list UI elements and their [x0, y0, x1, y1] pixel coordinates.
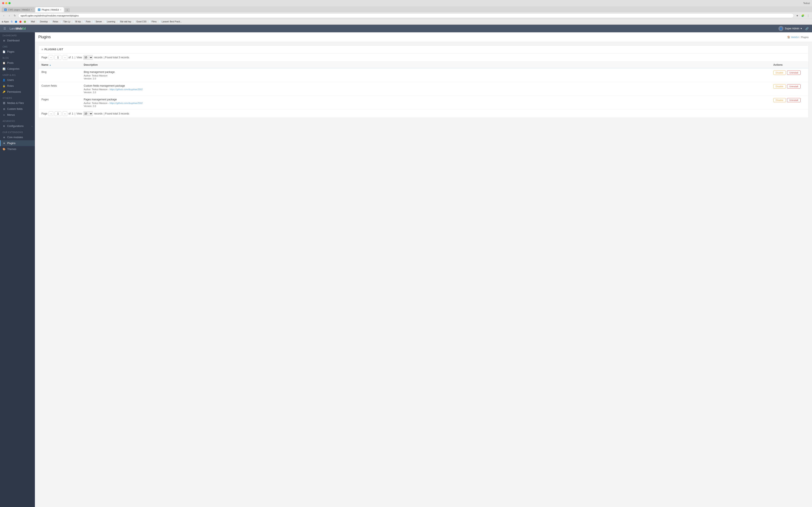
page-number-input-top[interactable]	[55, 55, 61, 60]
url-text: sgsoft.sgdev.org/admincp/modules-managem…	[20, 14, 79, 17]
bookmark-bikip[interactable]: 📄 Bí kíp	[72, 20, 81, 23]
browser-tab-plugins[interactable]: P Plugins | WebEd ×	[35, 7, 64, 12]
plugin-desc-cf-version: Version: 2.0	[84, 91, 767, 94]
sidebar-item-users[interactable]: 👤 Users	[0, 77, 35, 83]
page-number-input-bottom[interactable]	[55, 111, 61, 116]
bookmark-develop[interactable]: 📄 Develop	[37, 20, 48, 23]
tab-favicon-plugins: P	[38, 8, 40, 11]
bookmark-google[interactable]: G	[11, 20, 13, 23]
hamburger-menu-button[interactable]: ☰	[3, 26, 7, 31]
tab-close-cms[interactable]: ×	[31, 9, 32, 11]
sidebar-item-configurations[interactable]: ⚙ Configurations ‹	[0, 123, 35, 129]
sidebar-item-pages[interactable]: 📄 Pages	[0, 49, 35, 55]
bookmark-goodcss[interactable]: 📄 Good CSS	[134, 20, 147, 23]
close-window-button[interactable]	[2, 2, 4, 4]
uninstall-pages-button[interactable]: Uninstall	[787, 98, 801, 102]
sidebar-item-roles[interactable]: 🔒 Roles	[0, 83, 35, 89]
sidebar-item-dashboard[interactable]: ⊞ Dashboard	[0, 38, 35, 44]
brand-ed: Ed	[22, 27, 26, 30]
action-btns-pages: Disable Uninstall	[773, 98, 805, 102]
bookmark-button[interactable]: ★	[795, 13, 799, 18]
bookmark-img1[interactable]: 🔵	[15, 21, 17, 23]
plugin-desc-blog-version: Version: 2.0	[84, 77, 767, 80]
uninstall-blog-button[interactable]: Uninstall	[787, 70, 801, 75]
prev-page-button-bottom[interactable]: ‹	[49, 111, 53, 116]
browser-tabs-bar: C CMS pages | WebEd × P Plugins | WebEd …	[0, 6, 812, 12]
sidebar-item-posts[interactable]: 📋 Posts	[0, 60, 35, 66]
sidebar-section-label-cms: CMS	[0, 44, 35, 49]
plugin-description-pages: Pages management package Author: Tedozi …	[81, 96, 770, 110]
of-label-top: of	[68, 56, 70, 59]
records-label-top: records	[94, 56, 103, 59]
sort-icon-name[interactable]: ▲	[49, 64, 51, 66]
user-menu[interactable]: 👤 Super Admin ▾	[778, 26, 802, 31]
tab-close-plugins[interactable]: ×	[60, 9, 61, 11]
found-label-top: | Found total 3 records	[104, 56, 129, 59]
reload-button[interactable]: ↻	[13, 13, 17, 18]
url-bar[interactable]: sgsoft.sgdev.org/admincp/modules-managem…	[18, 13, 794, 18]
sidebar-item-menus[interactable]: ≡ Menus	[0, 112, 35, 118]
plugin-desc-pages-version: Version: 2.0	[84, 105, 767, 107]
extensions-button[interactable]: 🧩	[801, 13, 805, 18]
next-page-button-top[interactable]: ›	[63, 55, 67, 60]
sidebar-item-categories[interactable]: 📊 Categories	[0, 66, 35, 72]
next-page-button-bottom[interactable]: ›	[63, 111, 67, 116]
maximize-window-button[interactable]	[8, 2, 11, 4]
plugins-table-body: Blog Blog management package. Author: Te…	[39, 68, 808, 109]
sidebar-item-custom-fields[interactable]: ⊞ Custom fields	[0, 106, 35, 112]
plugins-nav-icon: ✈	[3, 142, 5, 145]
user-name: Super Admin	[785, 27, 799, 30]
bookmark-mail[interactable]: 📄 Mail	[28, 20, 35, 23]
share-icon[interactable]: 🔗	[804, 26, 809, 31]
records-per-page-select-bottom[interactable]: 10 25 50	[83, 111, 93, 116]
of-num-top: 1	[72, 56, 73, 59]
disable-blog-button[interactable]: Disable	[773, 70, 786, 75]
sidebar-item-permissions[interactable]: 🔑 Permissions	[0, 89, 35, 95]
bookmark-forix[interactable]: 📄 Forix	[83, 20, 91, 23]
bookmark-relax[interactable]: 📄 Relax	[50, 20, 58, 23]
disable-pages-button[interactable]: Disable	[773, 98, 786, 102]
plugin-link-pages[interactable]: https://github.com/duyphan2502	[109, 102, 143, 104]
sidebar-item-users-label: Users	[7, 78, 14, 81]
sidebar-item-core-modules[interactable]: ⊕ Core modules	[0, 134, 35, 140]
sidebar-item-plugins[interactable]: ✈ Plugins	[0, 140, 35, 146]
new-tab-button[interactable]: +	[65, 8, 70, 12]
sidebar-item-medias[interactable]: 🖼 Medias & Files	[0, 100, 35, 106]
forward-button[interactable]: ›	[7, 13, 11, 18]
breadcrumb-home-link[interactable]: WebEd	[791, 36, 799, 39]
bookmark-learning[interactable]: 📄 Learning	[104, 20, 115, 23]
bookmark-apps[interactable]: ⊞ Apps	[2, 20, 9, 23]
sidebar-item-posts-label: Posts	[7, 61, 13, 64]
bookmark-tamlý[interactable]: 📄 Tâm Lý	[60, 20, 70, 23]
custom-fields-icon: ⊞	[3, 108, 5, 110]
uninstall-cf-button[interactable]: Uninstall	[787, 84, 801, 89]
records-per-page-select-top[interactable]: 10 25 50	[83, 55, 93, 60]
page-header: Plugins 🏠 WebEd / Plugins	[35, 32, 812, 42]
bookmark-laravel[interactable]: 📄 Laravel: Best Practi...	[159, 20, 182, 23]
bookmark-server[interactable]: 📄 Server	[93, 20, 102, 23]
plugin-link-cf[interactable]: https://github.com/duyphan2502	[109, 88, 143, 91]
bookmark-server-label: Server	[96, 20, 102, 23]
browser-tab-cms-pages[interactable]: C CMS pages | WebEd ×	[2, 7, 35, 12]
prev-page-button-top[interactable]: ‹	[49, 55, 53, 60]
sidebar-item-custom-fields-label: Custom fields	[7, 108, 22, 110]
bookmark-img3[interactable]: 🟢	[24, 21, 26, 23]
user-dropdown-icon: ▾	[801, 27, 802, 30]
browser-menu-button[interactable]: ⋮	[806, 13, 810, 18]
browser-title-bar: Tedozi	[0, 0, 812, 6]
disable-cf-button[interactable]: Disable	[773, 84, 786, 89]
sidebar-section-label-advanced: Advanced	[0, 118, 35, 123]
brand-lara: Lara	[9, 27, 16, 30]
bookmark-films[interactable]: 📄 Films	[149, 20, 157, 23]
back-button[interactable]: ‹	[2, 13, 6, 18]
bookmark-img2[interactable]: 🔴	[19, 21, 21, 23]
minimize-window-button[interactable]	[5, 2, 7, 4]
sidebar-item-core-modules-label: Core modules	[7, 136, 23, 139]
user-avatar: 👤	[778, 26, 783, 31]
main-content: Plugins 🏠 WebEd / Plugins ≡ PLUGINS LIST…	[35, 32, 812, 507]
sidebar-item-themes[interactable]: 🎨 Themes	[0, 146, 35, 152]
sidebar-item-permissions-label: Permissions	[7, 91, 21, 93]
bookmark-baiviet[interactable]: 📄 Bài viết hay	[117, 20, 131, 23]
found-label-bottom: | Found total 3 records	[104, 112, 129, 115]
table-row: Blog Blog management package. Author: Te…	[39, 68, 808, 82]
